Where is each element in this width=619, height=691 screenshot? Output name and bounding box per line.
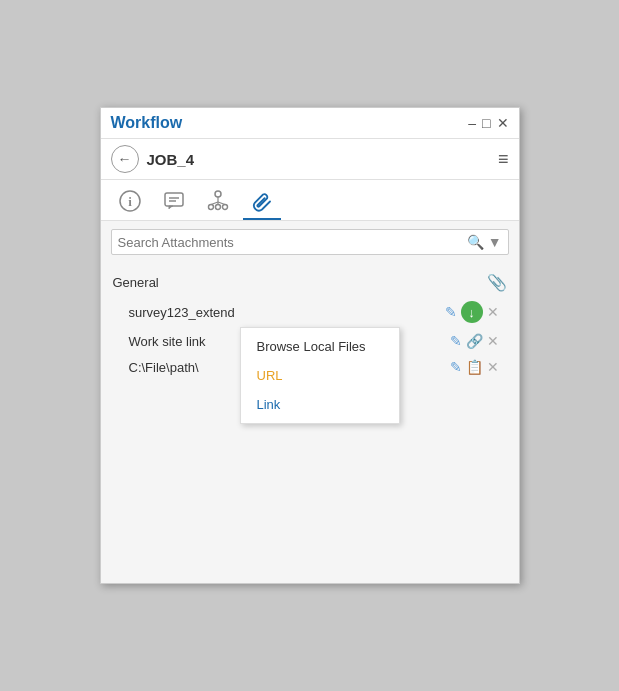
menu-button[interactable]: ≡ bbox=[498, 149, 509, 170]
tab-info[interactable]: i bbox=[111, 184, 149, 220]
edit-icon[interactable]: ✎ bbox=[445, 304, 457, 320]
list-item: survey123_extend ✎ ↓ ✕ bbox=[101, 296, 519, 328]
dropdown-menu: Browse Local Files URL Link bbox=[240, 327, 400, 424]
toolbar-left: ← JOB_4 bbox=[111, 145, 195, 173]
attach-icon bbox=[251, 190, 273, 212]
edit-icon[interactable]: ✎ bbox=[450, 333, 462, 349]
tab-chat[interactable] bbox=[155, 184, 193, 220]
row-actions: ✎ ↓ ✕ bbox=[445, 301, 499, 323]
copy-icon[interactable]: 📋 bbox=[466, 359, 483, 375]
job-title: JOB_4 bbox=[147, 151, 195, 168]
info-icon: i bbox=[119, 190, 141, 212]
delete-icon[interactable]: ✕ bbox=[487, 333, 499, 349]
search-icon[interactable]: 🔍 bbox=[467, 234, 484, 250]
svg-point-8 bbox=[222, 205, 227, 210]
tabs-bar: i bbox=[101, 180, 519, 221]
dropdown-item-link[interactable]: Link bbox=[241, 390, 399, 419]
attachment-name: survey123_extend bbox=[129, 305, 439, 320]
row-actions: ✎ 🔗 ✕ bbox=[450, 333, 499, 349]
svg-point-5 bbox=[215, 191, 221, 197]
edit-icon[interactable]: ✎ bbox=[450, 359, 462, 375]
minimize-button[interactable]: – bbox=[468, 115, 476, 131]
svg-point-6 bbox=[208, 205, 213, 210]
maximize-button[interactable]: □ bbox=[482, 115, 490, 131]
search-input-wrap: 🔍 ▼ bbox=[111, 229, 509, 255]
dropdown-item-url[interactable]: URL bbox=[241, 361, 399, 390]
svg-text:i: i bbox=[128, 194, 132, 209]
add-attachment-icon[interactable]: 📎 bbox=[487, 273, 507, 292]
chat-icon bbox=[163, 190, 185, 212]
section-label: General bbox=[113, 275, 159, 290]
svg-point-7 bbox=[215, 205, 220, 210]
title-bar: Workflow – □ ✕ bbox=[101, 108, 519, 139]
tree-icon bbox=[207, 190, 229, 212]
section-general: General 📎 bbox=[101, 269, 519, 296]
back-button[interactable]: ← bbox=[111, 145, 139, 173]
row-actions: ✎ 📋 ✕ bbox=[450, 359, 499, 375]
close-button[interactable]: ✕ bbox=[497, 115, 509, 131]
delete-icon[interactable]: ✕ bbox=[487, 304, 499, 320]
download-icon[interactable]: ↓ bbox=[461, 301, 483, 323]
window-title: Workflow bbox=[111, 114, 183, 132]
search-bar: 🔍 ▼ bbox=[101, 221, 519, 263]
tab-attachments[interactable] bbox=[243, 184, 281, 220]
toolbar: ← JOB_4 ≡ bbox=[101, 139, 519, 180]
search-controls: 🔍 ▼ bbox=[467, 234, 502, 250]
dropdown-item-browse[interactable]: Browse Local Files bbox=[241, 332, 399, 361]
svg-rect-2 bbox=[165, 193, 183, 206]
link-icon[interactable]: 🔗 bbox=[466, 333, 483, 349]
window-controls: – □ ✕ bbox=[468, 115, 508, 131]
tab-tree[interactable] bbox=[199, 184, 237, 220]
search-input[interactable] bbox=[118, 235, 467, 250]
delete-icon[interactable]: ✕ bbox=[487, 359, 499, 375]
chevron-down-icon[interactable]: ▼ bbox=[488, 234, 502, 250]
